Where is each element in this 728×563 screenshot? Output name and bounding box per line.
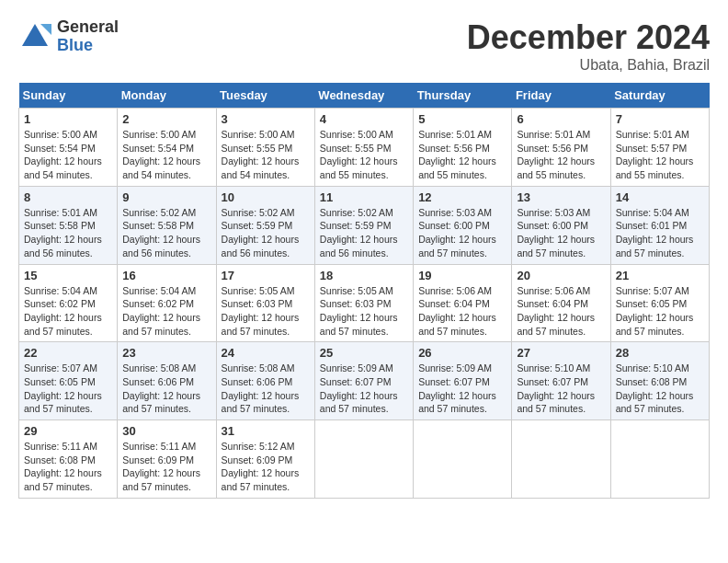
day-number: 12 — [418, 190, 506, 204]
calendar-week-row: 22Sunrise: 5:07 AMSunset: 6:05 PMDayligh… — [19, 342, 710, 420]
day-info: Sunrise: 5:03 AMSunset: 6:00 PMDaylight:… — [418, 207, 496, 259]
day-number: 3 — [222, 112, 310, 126]
empty-cell — [414, 420, 512, 499]
logo-icon — [18, 20, 51, 53]
day-number: 26 — [418, 346, 506, 360]
calendar-day-cell: 13Sunrise: 5:03 AMSunset: 6:00 PMDayligh… — [512, 186, 610, 264]
calendar-day-cell: 14Sunrise: 5:04 AMSunset: 6:01 PMDayligh… — [610, 186, 709, 264]
calendar-header-row: SundayMondayTuesdayWednesdayThursdayFrid… — [19, 83, 710, 109]
calendar-day-cell: 10Sunrise: 5:02 AMSunset: 5:59 PMDayligh… — [216, 186, 314, 264]
day-info: Sunrise: 5:07 AMSunset: 6:05 PMDaylight:… — [616, 285, 694, 337]
calendar-day-cell: 25Sunrise: 5:09 AMSunset: 6:07 PMDayligh… — [314, 342, 413, 420]
day-info: Sunrise: 5:00 AMSunset: 5:55 PMDaylight:… — [320, 129, 398, 180]
calendar-week-row: 15Sunrise: 5:04 AMSunset: 6:02 PMDayligh… — [19, 264, 710, 342]
day-number: 24 — [222, 346, 310, 360]
day-number: 2 — [122, 112, 210, 126]
day-number: 1 — [24, 112, 112, 126]
calendar-day-cell: 7Sunrise: 5:01 AMSunset: 5:57 PMDaylight… — [610, 109, 709, 187]
calendar-day-cell: 24Sunrise: 5:08 AMSunset: 6:06 PMDayligh… — [216, 342, 314, 420]
day-info: Sunrise: 5:08 AMSunset: 6:06 PMDaylight:… — [122, 362, 200, 414]
day-info: Sunrise: 5:00 AMSunset: 5:54 PMDaylight:… — [24, 129, 102, 180]
day-info: Sunrise: 5:02 AMSunset: 5:59 PMDaylight:… — [222, 207, 300, 259]
calendar-day-cell: 16Sunrise: 5:04 AMSunset: 6:02 PMDayligh… — [118, 264, 216, 342]
calendar-day-cell: 27Sunrise: 5:10 AMSunset: 6:07 PMDayligh… — [512, 342, 610, 420]
calendar-day-cell: 1Sunrise: 5:00 AMSunset: 5:54 PMDaylight… — [19, 109, 118, 187]
day-number: 22 — [24, 346, 112, 360]
calendar-day-cell: 22Sunrise: 5:07 AMSunset: 6:05 PMDayligh… — [19, 342, 118, 420]
calendar-day-cell: 5Sunrise: 5:01 AMSunset: 5:56 PMDaylight… — [414, 109, 512, 187]
logo-general: General — [57, 18, 119, 37]
day-number: 15 — [24, 269, 112, 282]
calendar-week-row: 29Sunrise: 5:11 AMSunset: 6:08 PMDayligh… — [19, 420, 710, 499]
day-number: 7 — [616, 112, 704, 126]
calendar-week-row: 8Sunrise: 5:01 AMSunset: 5:58 PMDaylight… — [19, 186, 710, 264]
day-info: Sunrise: 5:00 AMSunset: 5:54 PMDaylight:… — [122, 129, 200, 180]
header-wednesday: Wednesday — [314, 83, 413, 109]
calendar-day-cell: 26Sunrise: 5:09 AMSunset: 6:07 PMDayligh… — [414, 342, 512, 420]
calendar-subtitle: Ubata, Bahia, Brazil — [467, 57, 710, 74]
calendar-day-cell: 31Sunrise: 5:12 AMSunset: 6:09 PMDayligh… — [216, 420, 314, 499]
day-number: 19 — [418, 269, 506, 282]
calendar-day-cell: 29Sunrise: 5:11 AMSunset: 6:08 PMDayligh… — [19, 420, 118, 499]
logo-blue: Blue — [57, 37, 119, 55]
calendar-table: SundayMondayTuesdayWednesdayThursdayFrid… — [18, 83, 710, 499]
day-number: 18 — [320, 269, 408, 282]
calendar-day-cell: 9Sunrise: 5:02 AMSunset: 5:58 PMDaylight… — [118, 186, 216, 264]
calendar-day-cell: 20Sunrise: 5:06 AMSunset: 6:04 PMDayligh… — [512, 264, 610, 342]
empty-cell — [610, 420, 709, 499]
calendar-day-cell: 4Sunrise: 5:00 AMSunset: 5:55 PMDaylight… — [314, 109, 413, 187]
day-number: 5 — [418, 112, 506, 126]
day-info: Sunrise: 5:12 AMSunset: 6:09 PMDaylight:… — [222, 441, 300, 492]
day-info: Sunrise: 5:01 AMSunset: 5:58 PMDaylight:… — [24, 207, 102, 259]
header-saturday: Saturday — [610, 83, 709, 109]
calendar-day-cell: 21Sunrise: 5:07 AMSunset: 6:05 PMDayligh… — [610, 264, 709, 342]
day-number: 13 — [517, 190, 605, 204]
day-info: Sunrise: 5:06 AMSunset: 6:04 PMDaylight:… — [418, 285, 496, 337]
empty-cell — [314, 420, 413, 499]
calendar-day-cell: 3Sunrise: 5:00 AMSunset: 5:55 PMDaylight… — [216, 109, 314, 187]
calendar-day-cell: 12Sunrise: 5:03 AMSunset: 6:00 PMDayligh… — [414, 186, 512, 264]
day-info: Sunrise: 5:09 AMSunset: 6:07 PMDaylight:… — [418, 362, 496, 414]
title-block: December 2024 Ubata, Bahia, Brazil — [467, 18, 710, 74]
day-number: 9 — [122, 190, 210, 204]
day-info: Sunrise: 5:05 AMSunset: 6:03 PMDaylight:… — [320, 285, 398, 337]
day-number: 25 — [320, 346, 408, 360]
day-number: 16 — [122, 269, 210, 282]
day-info: Sunrise: 5:08 AMSunset: 6:06 PMDaylight:… — [222, 362, 300, 414]
day-info: Sunrise: 5:00 AMSunset: 5:55 PMDaylight:… — [222, 129, 300, 180]
day-number: 27 — [517, 346, 605, 360]
day-number: 31 — [222, 424, 310, 438]
svg-marker-1 — [40, 24, 51, 35]
calendar-day-cell: 15Sunrise: 5:04 AMSunset: 6:02 PMDayligh… — [19, 264, 118, 342]
page-header: General Blue December 2024 Ubata, Bahia,… — [18, 18, 710, 74]
day-info: Sunrise: 5:03 AMSunset: 6:00 PMDaylight:… — [517, 207, 595, 259]
calendar-week-row: 1Sunrise: 5:00 AMSunset: 5:54 PMDaylight… — [19, 109, 710, 187]
day-info: Sunrise: 5:07 AMSunset: 6:05 PMDaylight:… — [24, 362, 102, 414]
calendar-day-cell: 2Sunrise: 5:00 AMSunset: 5:54 PMDaylight… — [118, 109, 216, 187]
day-number: 20 — [517, 269, 605, 282]
day-info: Sunrise: 5:01 AMSunset: 5:56 PMDaylight:… — [418, 129, 496, 180]
calendar-title: December 2024 — [467, 18, 710, 57]
day-number: 8 — [24, 190, 112, 204]
calendar-day-cell: 6Sunrise: 5:01 AMSunset: 5:56 PMDaylight… — [512, 109, 610, 187]
calendar-day-cell: 28Sunrise: 5:10 AMSunset: 6:08 PMDayligh… — [610, 342, 709, 420]
calendar-day-cell: 18Sunrise: 5:05 AMSunset: 6:03 PMDayligh… — [314, 264, 413, 342]
day-info: Sunrise: 5:01 AMSunset: 5:57 PMDaylight:… — [616, 129, 694, 180]
day-info: Sunrise: 5:11 AMSunset: 6:09 PMDaylight:… — [122, 441, 200, 492]
empty-cell — [512, 420, 610, 499]
calendar-day-cell: 19Sunrise: 5:06 AMSunset: 6:04 PMDayligh… — [414, 264, 512, 342]
day-number: 14 — [616, 190, 704, 204]
day-number: 17 — [222, 269, 310, 282]
calendar-day-cell: 11Sunrise: 5:02 AMSunset: 5:59 PMDayligh… — [314, 186, 413, 264]
day-info: Sunrise: 5:06 AMSunset: 6:04 PMDaylight:… — [517, 285, 595, 337]
calendar-day-cell: 8Sunrise: 5:01 AMSunset: 5:58 PMDaylight… — [19, 186, 118, 264]
day-number: 4 — [320, 112, 408, 126]
day-info: Sunrise: 5:11 AMSunset: 6:08 PMDaylight:… — [24, 441, 102, 492]
day-info: Sunrise: 5:01 AMSunset: 5:56 PMDaylight:… — [517, 129, 595, 180]
header-tuesday: Tuesday — [216, 83, 314, 109]
logo: General Blue — [18, 18, 119, 55]
day-info: Sunrise: 5:04 AMSunset: 6:02 PMDaylight:… — [122, 285, 200, 337]
day-info: Sunrise: 5:04 AMSunset: 6:01 PMDaylight:… — [616, 207, 694, 259]
day-info: Sunrise: 5:09 AMSunset: 6:07 PMDaylight:… — [320, 362, 398, 414]
day-number: 23 — [122, 346, 210, 360]
